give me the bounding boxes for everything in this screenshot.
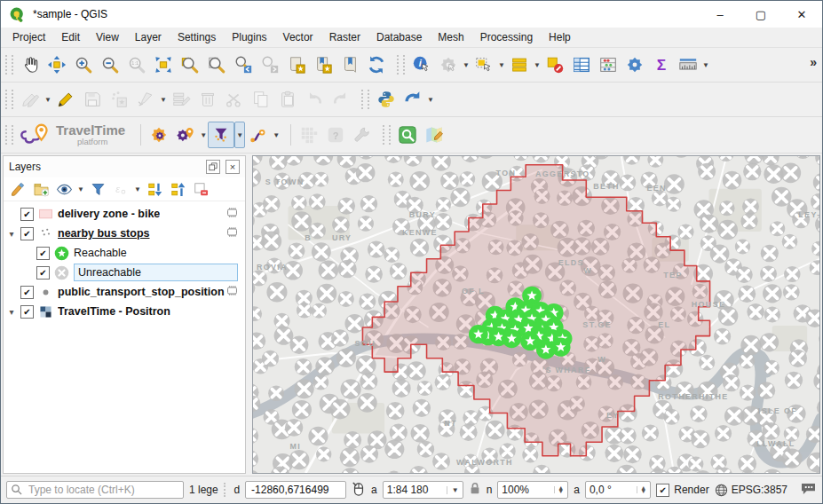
render-checkbox[interactable]: ✔ Render xyxy=(656,484,708,497)
zoom-to-layer-button[interactable] xyxy=(203,51,230,78)
menu-item-settings[interactable]: Settings xyxy=(170,28,224,46)
toolbar-drag-handle[interactable] xyxy=(5,55,13,75)
processing-history-button[interactable] xyxy=(400,86,426,113)
menu-item-plugins[interactable]: Plugins xyxy=(224,28,274,46)
geocoding-search-button[interactable] xyxy=(394,122,421,148)
collapse-all-button[interactable] xyxy=(167,178,188,200)
menu-item-processing[interactable]: Processing xyxy=(472,28,541,46)
statistical-summary-button[interactable]: Σ xyxy=(648,51,675,78)
pan-map-button[interactable] xyxy=(17,51,44,78)
open-attribute-table-button[interactable] xyxy=(568,51,595,78)
show-spatial-bookmarks-button[interactable] xyxy=(310,51,336,78)
traveltime-quick-map-dropdown-icon[interactable]: ▼ xyxy=(199,122,208,147)
menu-item-vector[interactable]: Vector xyxy=(275,28,321,46)
traveltime-filter-dropdown-icon[interactable]: ▼ xyxy=(234,122,245,148)
layer-label[interactable]: Unreachable xyxy=(74,264,238,281)
processing-toolbox-button[interactable] xyxy=(621,51,648,78)
toolbar-drag-handle[interactable] xyxy=(5,90,13,109)
layer-visibility-checkbox[interactable]: ✔ xyxy=(20,305,34,319)
menu-item-raster[interactable]: Raster xyxy=(321,28,368,46)
layer-row-delivery-zone-bike[interactable]: ✔delivery zone - bike xyxy=(4,204,245,224)
layer-visibility-checkbox[interactable]: ✔ xyxy=(20,286,34,299)
scale-dropdown-icon[interactable]: ▼ xyxy=(447,486,459,494)
magnifier-spin-buttons[interactable]: ▲▼ xyxy=(554,486,564,493)
coordinate-input[interactable] xyxy=(249,483,342,497)
expand-all-button[interactable] xyxy=(144,178,165,200)
show-bookmark-manager-button[interactable] xyxy=(336,51,363,78)
lock-scale-icon[interactable] xyxy=(469,482,481,498)
processing-history-dropdown-icon[interactable]: ▼ xyxy=(426,87,435,112)
toolbar-drag-handle[interactable] xyxy=(397,55,405,75)
expander-icon[interactable]: ▾ xyxy=(5,307,18,317)
toolbar-drag-handle[interactable] xyxy=(5,125,13,145)
layer-visibility-checkbox[interactable]: ✔ xyxy=(20,208,34,221)
layer-label[interactable]: Reachable xyxy=(74,247,127,259)
layer-row-unreachable[interactable]: ✔Unreachable xyxy=(4,263,245,282)
traveltime-settings-button[interactable] xyxy=(146,122,172,148)
locator-input[interactable] xyxy=(6,481,184,499)
menu-item-project[interactable]: Project xyxy=(4,28,53,46)
zoom-full-extent-button[interactable] xyxy=(150,51,177,78)
panel-float-button[interactable] xyxy=(206,160,220,174)
toolbar-drag-handle[interactable] xyxy=(383,125,391,145)
menu-item-help[interactable]: Help xyxy=(541,28,579,46)
layer-visibility-checkbox[interactable]: ✔ xyxy=(36,266,50,280)
zoom-last-button[interactable] xyxy=(230,51,257,78)
menu-item-layer[interactable]: Layer xyxy=(127,28,170,46)
new-spatial-bookmark-button[interactable] xyxy=(283,51,310,78)
toolbar-drag-handle[interactable] xyxy=(361,90,369,109)
filter-legend-button[interactable] xyxy=(87,178,108,200)
map-canvas[interactable]: S TOWNTONAGGERSTOBETHEENLEY-EBURYKENWEBU… xyxy=(252,155,820,474)
traveltime-routes-dropdown-icon[interactable]: ▼ xyxy=(272,122,281,147)
python-console-button[interactable] xyxy=(373,86,400,113)
traveltime-quick-map-button[interactable] xyxy=(172,122,199,148)
close-button[interactable]: ✕ xyxy=(781,1,822,28)
deselect-features-button[interactable] xyxy=(542,51,568,78)
identify-features-button[interactable]: i xyxy=(408,51,435,78)
panel-close-button[interactable]: × xyxy=(226,160,240,174)
toggle-editing-button[interactable] xyxy=(52,86,79,113)
select-by-expression-dropdown-icon[interactable]: ▼ xyxy=(533,52,542,77)
measure-line-dropdown-icon[interactable]: ▼ xyxy=(701,52,710,77)
quick-map-services-button[interactable] xyxy=(421,122,447,148)
render-checkbox-box[interactable]: ✔ xyxy=(656,484,669,497)
messages-button[interactable] xyxy=(800,482,817,498)
layer-visibility-checkbox[interactable]: ✔ xyxy=(20,227,34,240)
scale-combo[interactable]: 1:84 180 ▼ xyxy=(383,481,463,499)
zoom-out-button[interactable] xyxy=(97,51,123,78)
toolbar-overflow-button[interactable]: » xyxy=(810,55,817,69)
manage-map-themes-dropdown-icon[interactable]: ▼ xyxy=(76,185,85,193)
zoom-in-button[interactable] xyxy=(70,51,97,78)
magnifier-spinbox[interactable]: 100% ▲▼ xyxy=(497,481,568,499)
open-layer-styling-button[interactable] xyxy=(7,178,28,200)
rotation-spinbox[interactable]: 0,0 ° ▲▼ xyxy=(585,481,651,499)
layer-row-traveltime-positron[interactable]: ▾✔TravelTime - Positron xyxy=(4,302,245,321)
remove-layer-button[interactable] xyxy=(190,178,211,200)
select-features-dropdown-icon[interactable]: ▼ xyxy=(497,52,506,77)
field-calculator-button[interactable] xyxy=(595,51,621,78)
menu-item-mesh[interactable]: Mesh xyxy=(430,28,471,46)
maximize-button[interactable]: ▢ xyxy=(740,1,781,28)
add-group-button[interactable] xyxy=(30,178,51,200)
select-features-button[interactable] xyxy=(471,51,497,78)
manage-map-themes-button[interactable] xyxy=(53,178,75,200)
layer-label[interactable]: nearby bus stops xyxy=(58,227,150,240)
layer-visibility-checkbox[interactable]: ✔ xyxy=(36,247,50,260)
menu-item-edit[interactable]: Edit xyxy=(53,28,88,46)
traveltime-filter-button[interactable] xyxy=(208,122,234,148)
rotation-spin-buttons[interactable]: ▲▼ xyxy=(637,486,646,493)
crs-indicator[interactable]: EPSG:3857 xyxy=(715,484,787,497)
refresh-map-button[interactable] xyxy=(363,51,390,78)
traveltime-routes-button[interactable] xyxy=(245,122,272,148)
mouse-position-icon[interactable] xyxy=(352,481,366,500)
layer-label[interactable]: public_transport_stop_position xyxy=(58,286,225,298)
pan-to-selection-button[interactable] xyxy=(44,51,70,78)
layer-label[interactable]: delivery zone - bike xyxy=(58,208,160,220)
measure-line-button[interactable] xyxy=(675,51,701,78)
panel-splitter[interactable] xyxy=(246,154,252,476)
menu-item-view[interactable]: View xyxy=(88,28,127,46)
layer-row-public-transport-stop-position[interactable]: ✔public_transport_stop_position xyxy=(4,282,245,302)
layer-row-reachable[interactable]: ✔Reachable xyxy=(4,243,245,263)
menu-item-database[interactable]: Database xyxy=(368,28,430,46)
expander-icon[interactable]: ▾ xyxy=(5,229,18,239)
